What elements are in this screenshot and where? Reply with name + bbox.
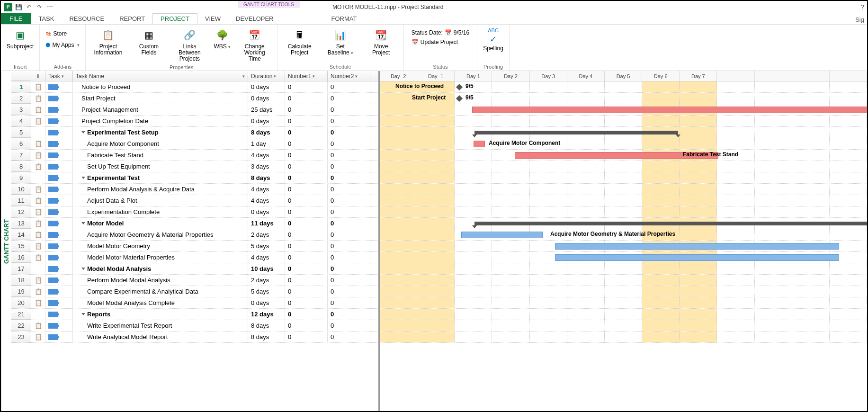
mode-cell[interactable]	[45, 229, 73, 240]
task-name-cell[interactable]: Write Experimental Test Report	[73, 320, 248, 331]
number1-cell[interactable]: 0	[285, 172, 328, 183]
summary-bar[interactable]	[474, 222, 867, 225]
indicator-cell[interactable]: 📋	[31, 195, 45, 206]
gantt-row[interactable]	[380, 172, 867, 184]
number1-cell[interactable]: 0	[285, 331, 328, 342]
table-row[interactable]: 9Experimental Test8 days00	[11, 172, 378, 184]
indicator-cell[interactable]: 📋	[31, 320, 45, 331]
gantt-row[interactable]	[380, 116, 867, 127]
number1-cell[interactable]: 0	[285, 286, 328, 297]
duration-cell[interactable]: 5 days	[248, 286, 285, 297]
task-bar[interactable]	[472, 107, 867, 113]
indicator-cell[interactable]: 📋	[31, 229, 45, 240]
row-number[interactable]: 23	[11, 331, 31, 342]
number2-cell[interactable]: 0	[328, 93, 370, 104]
gantt-row[interactable]	[380, 241, 867, 252]
task-name-cell[interactable]: Experimental Test	[73, 172, 248, 183]
indicator-cell[interactable]: 📋	[31, 275, 45, 286]
gantt-row[interactable]	[380, 127, 867, 138]
number1-cell[interactable]: 0	[285, 138, 328, 149]
row-number[interactable]: 18	[11, 275, 31, 286]
number1-cell[interactable]: 0	[285, 241, 328, 251]
task-name-cell[interactable]: Experimentation Complete	[73, 206, 248, 217]
task-mode-header[interactable]: Task▾	[45, 71, 73, 81]
number1-cell[interactable]: 0	[285, 150, 328, 161]
row-number[interactable]: 5	[11, 127, 31, 138]
duration-cell[interactable]: 0 days	[248, 297, 285, 308]
task-bar[interactable]	[555, 254, 839, 261]
table-row[interactable]: 21Reports12 days00	[11, 309, 378, 320]
indicator-cell[interactable]: 📋	[31, 161, 45, 172]
number2-cell[interactable]: 0	[328, 127, 370, 138]
task-name-cell[interactable]: Model Motor Material Properties	[73, 252, 248, 263]
indicator-cell[interactable]: 📋	[31, 218, 45, 229]
number2-cell[interactable]: 0	[328, 116, 370, 126]
table-row[interactable]: 18📋Perform Model Modal Analysis2 days00	[11, 275, 378, 286]
duration-cell[interactable]: 5 days	[248, 241, 285, 251]
task-name-cell[interactable]: Perform Modal Analysis & Acquire Data	[73, 184, 248, 195]
number2-cell[interactable]: 0	[328, 252, 370, 263]
row-number[interactable]: 22	[11, 320, 31, 331]
row-number[interactable]: 14	[11, 229, 31, 240]
indicator-cell[interactable]: 📋	[31, 116, 45, 126]
indicator-cell[interactable]: 📋	[31, 286, 45, 297]
task-name-cell[interactable]: Reports	[73, 309, 248, 320]
duration-cell[interactable]: 2 days	[248, 229, 285, 240]
duration-cell[interactable]: 0 days	[248, 206, 285, 217]
duration-header[interactable]: Duration▾	[248, 71, 285, 81]
mode-cell[interactable]	[45, 309, 73, 320]
task-name-cell[interactable]: Acquire Motor Geometry & Material Proper…	[73, 229, 248, 240]
task-name-cell[interactable]: Model Motor Geometry	[73, 241, 248, 251]
mode-cell[interactable]	[45, 331, 73, 342]
number2-cell[interactable]: 0	[328, 309, 370, 320]
table-row[interactable]: 16📋Model Motor Material Properties4 days…	[11, 252, 378, 263]
table-row[interactable]: 3📋Project Management25 days00	[11, 104, 378, 116]
number2-cell[interactable]: 0	[328, 161, 370, 172]
gantt-row[interactable]	[380, 195, 867, 206]
duration-cell[interactable]: 12 days	[248, 309, 285, 320]
number1-cell[interactable]: 0	[285, 263, 328, 274]
gantt-row[interactable]: Notice to Proceed9/5	[380, 81, 867, 93]
project-info-button[interactable]: 📋Project Information	[89, 27, 126, 63]
indicator-cell[interactable]	[31, 309, 45, 320]
custom-fields-button[interactable]: ▦Custom Fields	[130, 27, 167, 63]
number2-cell[interactable]: 0	[328, 263, 370, 274]
undo-icon[interactable]: ↶	[25, 3, 33, 11]
row-number[interactable]: 21	[11, 309, 31, 320]
duration-cell[interactable]: 8 days	[248, 320, 285, 331]
number2-cell[interactable]: 0	[328, 104, 370, 115]
task-name-cell[interactable]: Notice to Proceed	[73, 81, 248, 92]
number2-cell[interactable]: 0	[328, 286, 370, 297]
task-name-cell[interactable]: Compare Experimental & Analytical Data	[73, 286, 248, 297]
row-number[interactable]: 19	[11, 286, 31, 297]
task-name-cell[interactable]: Project Management	[73, 104, 248, 115]
task-name-header[interactable]: Task Name▾	[73, 71, 248, 81]
table-row[interactable]: 22📋Write Experimental Test Report8 days0…	[11, 320, 378, 331]
tab-developer[interactable]: DEVELOPER	[228, 13, 281, 24]
mode-cell[interactable]	[45, 116, 73, 126]
mode-cell[interactable]	[45, 218, 73, 229]
gantt-row[interactable]	[380, 252, 867, 263]
mode-cell[interactable]	[45, 206, 73, 217]
mode-cell[interactable]	[45, 172, 73, 183]
duration-cell[interactable]: 8 days	[248, 127, 285, 138]
number2-cell[interactable]: 0	[328, 195, 370, 206]
tab-resource[interactable]: RESOURCE	[62, 13, 112, 24]
row-number[interactable]: 12	[11, 206, 31, 217]
task-name-cell[interactable]: Write Analytical Model Report	[73, 331, 248, 342]
duration-cell[interactable]: 4 days	[248, 150, 285, 161]
table-row[interactable]: 4📋Project Completion Date0 days00	[11, 116, 378, 127]
mode-cell[interactable]	[45, 320, 73, 331]
table-row[interactable]: 17Model Modal Analysis10 days00	[11, 263, 378, 275]
activity-icon[interactable]: 〰	[45, 3, 54, 11]
number2-cell[interactable]: 0	[328, 241, 370, 251]
gantt-row[interactable]: Acquire Motor Geometry & Material Proper…	[380, 229, 867, 241]
gantt-row[interactable]	[380, 297, 867, 309]
number2-cell[interactable]: 0	[328, 331, 370, 342]
number1-header[interactable]: Number1▾	[285, 71, 328, 81]
table-row[interactable]: 10📋Perform Modal Analysis & Acquire Data…	[11, 184, 378, 195]
indicator-cell[interactable]: 📋	[31, 104, 45, 115]
mode-cell[interactable]	[45, 161, 73, 172]
calculate-button[interactable]: 🖩Calculate Project	[281, 27, 318, 63]
table-row[interactable]: 15📋Model Motor Geometry5 days00	[11, 241, 378, 252]
